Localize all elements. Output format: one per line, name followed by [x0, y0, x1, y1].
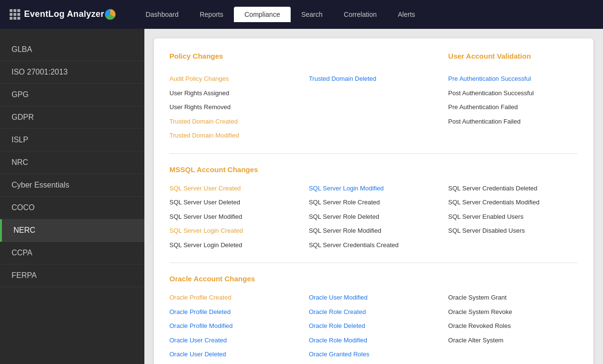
- sidebar-item-cyber-essentials[interactable]: Cyber Essentials: [0, 174, 144, 197]
- uav-pre-auth-failed[interactable]: Pre Authentication Failed: [448, 101, 578, 113]
- sidebar-item-gdpr[interactable]: GDPR: [0, 106, 144, 129]
- oracle-profile-created[interactable]: Oracle Profile Created: [169, 291, 299, 304]
- brand: EventLog Analyzer: [10, 9, 115, 20]
- nav-alerts[interactable]: Alerts: [387, 7, 426, 22]
- mssql-user-deleted[interactable]: SQL Server User Deleted: [169, 196, 299, 209]
- nav-compliance[interactable]: Compliance: [234, 7, 291, 22]
- oracle-title: Oracle Account Changes: [169, 275, 578, 283]
- oracle-system-grant[interactable]: Oracle System Grant: [448, 291, 578, 304]
- main-layout: GLBA ISO 27001:2013 GPG GDPR ISLP NRC Cy…: [0, 29, 603, 364]
- oracle-granted-roles[interactable]: Oracle Granted Roles: [309, 348, 439, 361]
- sidebar: GLBA ISO 27001:2013 GPG GDPR ISLP NRC Cy…: [0, 29, 144, 364]
- oracle-grid: Oracle Profile Created Oracle Profile De…: [169, 291, 578, 361]
- mssql-credentials-modified[interactable]: SQL Server Credentials Modified: [448, 196, 578, 209]
- sidebar-item-nerc[interactable]: NERC: [0, 219, 144, 242]
- divider-2: [169, 263, 578, 263]
- nav-correlation[interactable]: Correlation: [333, 7, 387, 22]
- user-account-validation-title: User Account Validation: [448, 52, 578, 60]
- mssql-disabled-users[interactable]: SQL Server Disabled Users: [448, 225, 578, 237]
- mssql-login-modified[interactable]: SQL Server Login Modified: [309, 182, 439, 195]
- grid-icon: [10, 9, 20, 20]
- uav-post-auth-success[interactable]: Post Authentication Successful: [448, 87, 578, 100]
- oracle-user-created[interactable]: Oracle User Created: [169, 334, 299, 347]
- policy-link-trusted-deleted[interactable]: Trusted Domain Deleted: [309, 73, 439, 85]
- policy-link-rights-assigned[interactable]: User Rights Assigned: [169, 87, 299, 100]
- policy-link-rights-removed[interactable]: User Rights Removed: [169, 101, 299, 113]
- mssql-credentials-created[interactable]: SQL Server Credentials Created: [309, 239, 439, 251]
- mssql-title: MSSQL Account Changes: [169, 165, 578, 174]
- sidebar-item-nrc[interactable]: NRC: [0, 151, 144, 174]
- mssql-enabled-users[interactable]: SQL Server Enabled Users: [448, 211, 578, 223]
- sidebar-item-islp[interactable]: ISLP: [0, 129, 144, 151]
- policy-link-trusted-modified[interactable]: Trusted Domain Modified: [169, 129, 299, 142]
- mssql-user-modified[interactable]: SQL Server User Modified: [169, 211, 299, 223]
- sidebar-item-gpg[interactable]: GPG: [0, 84, 144, 106]
- oracle-user-modified[interactable]: Oracle User Modified: [309, 291, 439, 304]
- nav-reports[interactable]: Reports: [189, 7, 234, 22]
- mssql-credentials-deleted[interactable]: SQL Server Credentials Deleted: [448, 182, 578, 195]
- mssql-login-deleted[interactable]: SQL Server Login Deleted: [169, 239, 299, 251]
- oracle-profile-deleted[interactable]: Oracle Profile Deleted: [169, 306, 299, 318]
- oracle-system-revoke[interactable]: Oracle System Revoke: [448, 306, 578, 318]
- nav-search[interactable]: Search: [291, 7, 333, 22]
- uav-pre-auth-success[interactable]: Pre Authentication Successful: [448, 73, 578, 85]
- policy-changes-title: Policy Changes: [169, 52, 299, 60]
- uav-post-auth-failed[interactable]: Post Authentication Failed: [448, 115, 578, 128]
- sidebar-item-glba[interactable]: GLBA: [0, 38, 144, 61]
- mssql-user-created[interactable]: SQL Server User Created: [169, 182, 299, 195]
- oracle-role-deleted[interactable]: Oracle Role Deleted: [309, 320, 439, 332]
- mssql-role-deleted[interactable]: SQL Server Role Deleted: [309, 211, 439, 223]
- nav-items: Dashboard Reports Compliance Search Corr…: [135, 7, 425, 22]
- sidebar-item-ccpa[interactable]: CCPA: [0, 242, 144, 264]
- mssql-login-created[interactable]: SQL Server Login Created: [169, 225, 299, 237]
- sidebar-item-coco[interactable]: COCO: [0, 197, 144, 219]
- brand-arc-icon: [105, 9, 115, 20]
- oracle-alter-system[interactable]: Oracle Alter System: [448, 334, 578, 347]
- content-area: Policy Changes User Account Validation A…: [144, 29, 603, 364]
- nav-dashboard[interactable]: Dashboard: [135, 7, 189, 22]
- divider-1: [169, 153, 578, 154]
- oracle-role-modified[interactable]: Oracle Role Modified: [309, 334, 439, 347]
- oracle-revoked-roles[interactable]: Oracle Revoked Roles: [448, 320, 578, 332]
- brand-text: EventLog Analyzer: [24, 9, 115, 20]
- mssql-grid: SQL Server User Created SQL Server User …: [169, 182, 578, 251]
- policy-link-trusted-created[interactable]: Trusted Domain Created: [169, 115, 299, 128]
- mssql-role-modified[interactable]: SQL Server Role Modified: [309, 225, 439, 237]
- mssql-role-created[interactable]: SQL Server Role Created: [309, 196, 439, 209]
- policy-link-audit[interactable]: Audit Policy Changes: [169, 73, 299, 85]
- sidebar-item-ferpa[interactable]: FERPA: [0, 264, 144, 287]
- oracle-user-deleted[interactable]: Oracle User Deleted: [169, 348, 299, 361]
- content-card: Policy Changes User Account Validation A…: [154, 38, 593, 364]
- oracle-profile-modified[interactable]: Oracle Profile Modified: [169, 320, 299, 332]
- sidebar-item-iso27001[interactable]: ISO 27001:2013: [0, 61, 144, 84]
- navbar: EventLog Analyzer Dashboard Reports Comp…: [0, 0, 603, 29]
- oracle-role-created[interactable]: Oracle Role Created: [309, 306, 439, 318]
